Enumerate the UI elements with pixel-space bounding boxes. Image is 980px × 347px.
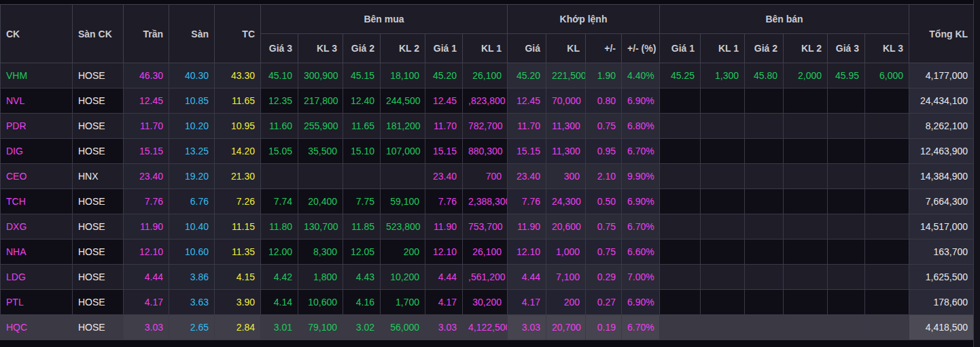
cell-exchange[interactable]: HOSE: [73, 265, 124, 290]
cell-buy-price-3[interactable]: 11.80: [261, 214, 298, 239]
cell-sell-price-3[interactable]: [828, 265, 865, 290]
cell-match-price[interactable]: 12.45: [508, 88, 546, 114]
cell-sell-vol-1[interactable]: [701, 239, 745, 265]
cell-sell-price-1[interactable]: [660, 88, 701, 114]
cell-sell-price-1[interactable]: [660, 239, 701, 265]
cell-buy-price-1[interactable]: 15.15: [425, 139, 463, 164]
cell-floor[interactable]: 3.63: [169, 290, 215, 315]
cell-sell-vol-2[interactable]: [784, 315, 828, 340]
cell-reference[interactable]: 10.95: [215, 114, 261, 139]
cell-ceiling[interactable]: 3.03: [124, 315, 169, 340]
cell-stock-code[interactable]: HQC: [1, 315, 73, 340]
cell-sell-vol-3[interactable]: [865, 114, 909, 139]
cell-reference[interactable]: 4.15: [215, 265, 261, 290]
cell-floor[interactable]: 10.20: [169, 114, 215, 139]
cell-match-vol[interactable]: 7,100: [546, 265, 586, 290]
cell-change[interactable]: 0.29: [586, 265, 622, 290]
cell-buy-vol-2[interactable]: 200: [381, 239, 425, 265]
cell-ceiling[interactable]: 4.44: [124, 265, 169, 290]
cell-floor[interactable]: 19.20: [169, 164, 215, 189]
cell-total-volume[interactable]: 1,625,500: [909, 265, 974, 290]
cell-stock-code[interactable]: DXG: [1, 214, 73, 239]
cell-sell-vol-2[interactable]: [784, 164, 828, 189]
cell-sell-vol-3[interactable]: [865, 88, 909, 114]
cell-sell-price-2[interactable]: [745, 139, 784, 164]
cell-sell-price-2[interactable]: [745, 265, 784, 290]
cell-buy-price-2[interactable]: 45.15: [343, 63, 381, 88]
cell-sell-price-1[interactable]: [660, 290, 701, 315]
cell-buy-vol-1[interactable]: 30,200: [463, 290, 508, 315]
cell-ceiling[interactable]: 15.15: [124, 139, 169, 164]
cell-sell-price-2[interactable]: [745, 315, 784, 340]
cell-sell-vol-2[interactable]: [784, 265, 828, 290]
cell-sell-price-3[interactable]: [828, 239, 865, 265]
cell-exchange[interactable]: HOSE: [73, 239, 124, 265]
cell-floor[interactable]: 3.86: [169, 265, 215, 290]
cell-buy-price-1[interactable]: 4.44: [425, 265, 463, 290]
cell-reference[interactable]: 11.65: [215, 88, 261, 114]
cell-buy-vol-2[interactable]: 18,100: [381, 63, 425, 88]
cell-sell-vol-3[interactable]: [865, 290, 909, 315]
cell-floor[interactable]: 2.65: [169, 315, 215, 340]
cell-sell-vol-3[interactable]: [865, 139, 909, 164]
cell-change[interactable]: 0.19: [586, 315, 622, 340]
cell-match-vol[interactable]: 300: [546, 164, 586, 189]
cell-sell-price-1[interactable]: [660, 189, 701, 214]
cell-change-pct[interactable]: 6.70%: [622, 315, 660, 340]
cell-change-pct[interactable]: 7.00%: [622, 265, 660, 290]
cell-stock-code[interactable]: CEO: [1, 164, 73, 189]
cell-match-price[interactable]: 4.44: [508, 265, 546, 290]
cell-buy-price-1[interactable]: 3.03: [425, 315, 463, 340]
cell-match-vol[interactable]: 24,300: [546, 189, 586, 214]
cell-change[interactable]: 0.75: [586, 114, 622, 139]
cell-ceiling[interactable]: 11.90: [124, 214, 169, 239]
cell-sell-price-2[interactable]: [745, 189, 784, 214]
cell-change-pct[interactable]: 4.40%: [622, 63, 660, 88]
cell-buy-price-2[interactable]: 7.75: [343, 189, 381, 214]
cell-exchange[interactable]: HOSE: [73, 63, 124, 88]
cell-buy-vol-2[interactable]: 244,500: [381, 88, 425, 114]
cell-reference[interactable]: 11.35: [215, 239, 261, 265]
cell-ceiling[interactable]: 11.70: [124, 114, 169, 139]
cell-reference[interactable]: 43.30: [215, 63, 261, 88]
cell-buy-vol-1[interactable]: ,823,800: [463, 88, 508, 114]
cell-buy-price-3[interactable]: 12.35: [261, 88, 298, 114]
cell-ceiling[interactable]: 23.40: [124, 164, 169, 189]
cell-buy-price-1[interactable]: 12.45: [425, 88, 463, 114]
cell-sell-price-1[interactable]: [660, 214, 701, 239]
table-row[interactable]: HQC HOSE 3.03 2.65 2.84 3.01 79,100 3.02…: [1, 315, 974, 340]
cell-sell-vol-1[interactable]: [701, 189, 745, 214]
cell-buy-vol-3[interactable]: 20,400: [298, 189, 343, 214]
cell-buy-vol-3[interactable]: 255,900: [298, 114, 343, 139]
cell-buy-vol-2[interactable]: 107,000: [381, 139, 425, 164]
cell-exchange[interactable]: HOSE: [73, 114, 124, 139]
cell-total-volume[interactable]: 24,434,100: [909, 88, 974, 114]
cell-buy-vol-3[interactable]: 10,600: [298, 290, 343, 315]
cell-reference[interactable]: 3.90: [215, 290, 261, 315]
cell-sell-price-3[interactable]: [828, 189, 865, 214]
cell-total-volume[interactable]: 14,517,000: [909, 214, 974, 239]
cell-buy-vol-3[interactable]: 300,900: [298, 63, 343, 88]
cell-reference[interactable]: 14.20: [215, 139, 261, 164]
cell-reference[interactable]: 7.26: [215, 189, 261, 214]
cell-sell-vol-1[interactable]: [701, 214, 745, 239]
cell-sell-vol-2[interactable]: [784, 290, 828, 315]
cell-change[interactable]: 0.75: [586, 214, 622, 239]
cell-sell-vol-2[interactable]: [784, 189, 828, 214]
cell-buy-price-1[interactable]: 11.70: [425, 114, 463, 139]
cell-stock-code[interactable]: NHA: [1, 239, 73, 265]
cell-exchange[interactable]: HOSE: [73, 189, 124, 214]
cell-buy-price-1[interactable]: 4.17: [425, 290, 463, 315]
cell-change-pct[interactable]: 6.90%: [622, 88, 660, 114]
cell-buy-vol-1[interactable]: 4,122,500: [463, 315, 508, 340]
cell-buy-price-1[interactable]: 7.76: [425, 189, 463, 214]
cell-sell-price-3[interactable]: [828, 290, 865, 315]
cell-match-price[interactable]: 15.15: [508, 139, 546, 164]
cell-match-vol[interactable]: 20,600: [546, 214, 586, 239]
cell-sell-vol-3[interactable]: [865, 214, 909, 239]
cell-exchange[interactable]: HOSE: [73, 139, 124, 164]
cell-stock-code[interactable]: PTL: [1, 290, 73, 315]
cell-floor[interactable]: 40.30: [169, 63, 215, 88]
cell-sell-price-3[interactable]: [828, 315, 865, 340]
cell-sell-vol-1[interactable]: [701, 114, 745, 139]
